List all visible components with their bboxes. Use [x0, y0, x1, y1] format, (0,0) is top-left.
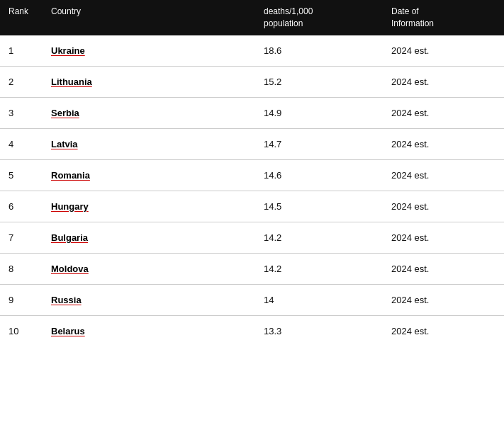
cell-rank: 10 [0, 315, 43, 346]
header-country: Country [43, 0, 255, 35]
table-row: 9Russia142024 est. [0, 284, 504, 315]
table-row: 8Moldova14.22024 est. [0, 253, 504, 284]
header-date: Date ofInformation [383, 0, 504, 35]
cell-rank: 5 [0, 159, 43, 191]
cell-country[interactable]: Lithuania [43, 66, 255, 97]
cell-date: 2024 est. [383, 159, 504, 191]
cell-date: 2024 est. [383, 66, 504, 97]
table-header-row: Rank Country deaths/1,000population Date… [0, 0, 504, 35]
table-row: 2Lithuania15.22024 est. [0, 66, 504, 97]
cell-rank: 6 [0, 191, 43, 222]
cell-date: 2024 est. [383, 253, 504, 284]
country-link[interactable]: Latvia [51, 139, 78, 149]
cell-country[interactable]: Russia [43, 284, 255, 315]
header-deaths: deaths/1,000population [255, 0, 383, 35]
cell-rank: 2 [0, 66, 43, 97]
cell-country[interactable]: Ukraine [43, 35, 255, 67]
cell-rank: 8 [0, 253, 43, 284]
country-link[interactable]: Serbia [51, 108, 79, 118]
cell-date: 2024 est. [383, 97, 504, 128]
cell-country[interactable]: Romania [43, 159, 255, 191]
table-row: 7Bulgaria14.22024 est. [0, 222, 504, 253]
cell-date: 2024 est. [383, 128, 504, 159]
table-row: 5Romania14.62024 est. [0, 159, 504, 191]
cell-date: 2024 est. [383, 191, 504, 222]
table-row: 10Belarus13.32024 est. [0, 315, 504, 346]
table-row: 1Ukraine18.62024 est. [0, 35, 504, 67]
cell-deaths: 13.3 [255, 315, 383, 346]
cell-deaths: 14.2 [255, 222, 383, 253]
cell-date: 2024 est. [383, 315, 504, 346]
country-link[interactable]: Moldova [51, 264, 89, 274]
rankings-table: Rank Country deaths/1,000population Date… [0, 0, 504, 346]
cell-country[interactable]: Serbia [43, 97, 255, 128]
cell-rank: 1 [0, 35, 43, 67]
cell-deaths: 14.7 [255, 128, 383, 159]
cell-date: 2024 est. [383, 284, 504, 315]
header-rank: Rank [0, 0, 43, 35]
cell-country[interactable]: Latvia [43, 128, 255, 159]
cell-deaths: 14.5 [255, 191, 383, 222]
cell-country[interactable]: Belarus [43, 315, 255, 346]
cell-country[interactable]: Bulgaria [43, 222, 255, 253]
country-link[interactable]: Lithuania [51, 76, 92, 87]
cell-deaths: 14.9 [255, 97, 383, 128]
cell-rank: 4 [0, 128, 43, 159]
country-link[interactable]: Bulgaria [51, 232, 88, 243]
country-link[interactable]: Ukraine [51, 45, 85, 56]
country-link[interactable]: Russia [51, 295, 82, 305]
cell-rank: 7 [0, 222, 43, 253]
cell-deaths: 14.2 [255, 253, 383, 284]
cell-deaths: 18.6 [255, 35, 383, 67]
country-link[interactable]: Hungary [51, 201, 89, 212]
cell-deaths: 15.2 [255, 66, 383, 97]
cell-country[interactable]: Moldova [43, 253, 255, 284]
cell-date: 2024 est. [383, 35, 504, 67]
cell-rank: 3 [0, 97, 43, 128]
table-row: 6Hungary14.52024 est. [0, 191, 504, 222]
country-link[interactable]: Belarus [51, 326, 85, 336]
country-link[interactable]: Romania [51, 170, 90, 181]
cell-deaths: 14 [255, 284, 383, 315]
cell-rank: 9 [0, 284, 43, 315]
cell-deaths: 14.6 [255, 159, 383, 191]
table-row: 4Latvia14.72024 est. [0, 128, 504, 159]
cell-country[interactable]: Hungary [43, 191, 255, 222]
table-row: 3Serbia14.92024 est. [0, 97, 504, 128]
cell-date: 2024 est. [383, 222, 504, 253]
